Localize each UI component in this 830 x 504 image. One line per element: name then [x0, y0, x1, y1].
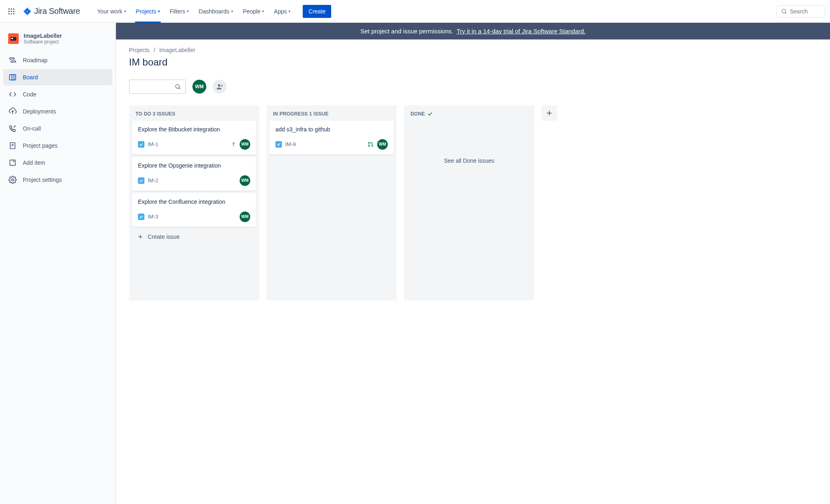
- search-icon: [175, 83, 181, 90]
- task-type-icon: [275, 141, 282, 148]
- sidebar-item-label: Deployments: [23, 108, 56, 115]
- sidebar-item-label: On-call: [23, 125, 41, 132]
- card-footer: IM-3 WM: [138, 212, 250, 222]
- priority-icon: [231, 142, 236, 147]
- sidebar-item-label: Project settings: [23, 177, 62, 183]
- project-type: Software project: [24, 39, 62, 45]
- jira-logo-text: Jira Software: [34, 7, 80, 16]
- card-key: IM-2: [138, 177, 158, 184]
- roadmap-icon: [8, 56, 17, 64]
- assignee-avatar[interactable]: WM: [240, 212, 250, 222]
- issue-card[interactable]: add s3_infra to github IM-9 WM: [270, 121, 393, 155]
- card-footer: IM-9 WM: [275, 139, 388, 150]
- sidebar-item-code[interactable]: Code: [3, 86, 112, 103]
- card-footer: IM-1 WM: [138, 139, 250, 150]
- project-avatar: [8, 33, 19, 44]
- board-search[interactable]: [129, 79, 186, 94]
- sidebar-item-label: Board: [23, 74, 38, 81]
- add-person-icon: [216, 83, 223, 90]
- banner-link[interactable]: Try it in a 14-day trial of Jira Softwar…: [456, 28, 585, 35]
- column-header[interactable]: DONE: [407, 111, 531, 121]
- global-search[interactable]: [776, 5, 825, 17]
- svg-rect-15: [10, 74, 16, 80]
- chevron-down-icon: ▾: [124, 9, 126, 13]
- nav-people[interactable]: People▾: [238, 0, 269, 23]
- svg-rect-25: [10, 160, 15, 165]
- upgrade-banner: Set project and issue permissions. Try i…: [116, 23, 830, 39]
- task-type-icon: [138, 177, 144, 184]
- issue-card[interactable]: Explore the Bitbucket integration IM-1 W…: [132, 121, 256, 155]
- issue-key: IM-1: [148, 141, 158, 147]
- chevron-down-icon: ▾: [262, 9, 264, 13]
- breadcrumb-root[interactable]: Projects: [129, 47, 150, 53]
- main-content: Set project and issue permissions. Try i…: [116, 23, 830, 504]
- chevron-down-icon: ▾: [187, 9, 189, 13]
- sidebar-item-roadmap[interactable]: Roadmap: [3, 52, 112, 68]
- nav-apps[interactable]: Apps▾: [269, 0, 295, 23]
- add-people-button[interactable]: [213, 80, 227, 94]
- issue-card[interactable]: Explore the Confluence integration IM-3 …: [132, 193, 256, 227]
- nav-label: Filters: [170, 8, 185, 15]
- sidebar-item-add-item[interactable]: Add item: [3, 155, 112, 171]
- card-title: add s3_infra to github: [275, 126, 388, 133]
- assignee-avatar[interactable]: WM: [240, 175, 250, 186]
- create-issue-label: Create issue: [148, 233, 180, 240]
- svg-point-9: [782, 9, 786, 13]
- breadcrumb-current[interactable]: ImageLabeller: [159, 47, 195, 53]
- gear-icon: [8, 176, 17, 184]
- page-icon: [8, 142, 17, 150]
- assignee-filter-avatar[interactable]: WM: [192, 80, 206, 94]
- app-switcher-button[interactable]: [5, 5, 18, 18]
- chevron-down-icon: ▾: [158, 9, 160, 13]
- create-issue-button[interactable]: Create issue: [132, 229, 256, 244]
- svg-point-21: [14, 127, 15, 127]
- see-all-done-link[interactable]: See all Done issues: [407, 157, 531, 164]
- card-title: Explore the Opsgenie integration: [138, 162, 250, 170]
- nav-dashboards[interactable]: Dashboards▾: [194, 0, 238, 23]
- card-footer: IM-2 WM: [138, 175, 250, 186]
- svg-rect-12: [11, 38, 13, 39]
- sidebar-item-board[interactable]: Board: [3, 69, 112, 85]
- nav-projects[interactable]: Projects▾: [131, 0, 165, 23]
- search-input[interactable]: [790, 8, 821, 15]
- issue-key: IM-2: [148, 177, 158, 183]
- issue-card[interactable]: Explore the Opsgenie integration IM-2 WM: [132, 157, 256, 191]
- sidebar-item-project-settings[interactable]: Project settings: [3, 172, 112, 188]
- assignee-avatar[interactable]: WM: [377, 139, 388, 150]
- nav-filters[interactable]: Filters▾: [165, 0, 194, 23]
- page-title: IM board: [129, 57, 830, 68]
- search-icon: [781, 8, 787, 15]
- assignee-avatar[interactable]: WM: [240, 139, 250, 150]
- sidebar: ImageLabeller Software project Roadmap B…: [0, 23, 116, 504]
- column-header[interactable]: IN PROGRESS 1 ISSUE: [270, 111, 393, 121]
- card-right: WM: [367, 139, 388, 150]
- project-header[interactable]: ImageLabeller Software project: [3, 31, 112, 52]
- column-header[interactable]: TO DO 3 ISSUES: [132, 111, 256, 121]
- svg-line-30: [179, 88, 180, 89]
- svg-line-10: [785, 12, 786, 13]
- jira-logo[interactable]: Jira Software: [20, 7, 83, 16]
- svg-point-3: [9, 11, 10, 12]
- app-switcher-icon: [7, 7, 15, 15]
- add-column-button[interactable]: [542, 105, 557, 121]
- chevron-down-icon: ▾: [231, 9, 233, 13]
- task-type-icon: [138, 214, 144, 220]
- svg-point-6: [9, 13, 10, 14]
- plus-icon: [545, 109, 553, 117]
- sidebar-item-oncall[interactable]: On-call: [3, 120, 112, 137]
- card-key: IM-1: [138, 141, 158, 148]
- breadcrumb-separator: /: [154, 47, 155, 53]
- svg-rect-14: [11, 61, 16, 62]
- nav-your-work[interactable]: Your work▾: [92, 0, 131, 23]
- topnav-right: [776, 5, 825, 17]
- cloud-upload-icon: [8, 107, 17, 116]
- nav-label: Dashboards: [199, 8, 229, 15]
- board-icon: [8, 73, 17, 81]
- card-right: WM: [240, 212, 250, 222]
- create-button[interactable]: Create: [303, 5, 331, 18]
- sidebar-item-project-pages[interactable]: Project pages: [3, 137, 112, 154]
- sidebar-item-deployments[interactable]: Deployments: [3, 103, 112, 120]
- sidebar-items: Roadmap Board Code Deployments On-call P…: [3, 52, 112, 188]
- nav-items: Your work▾ Projects▾ Filters▾ Dashboards…: [92, 0, 295, 23]
- task-type-icon: [138, 141, 144, 148]
